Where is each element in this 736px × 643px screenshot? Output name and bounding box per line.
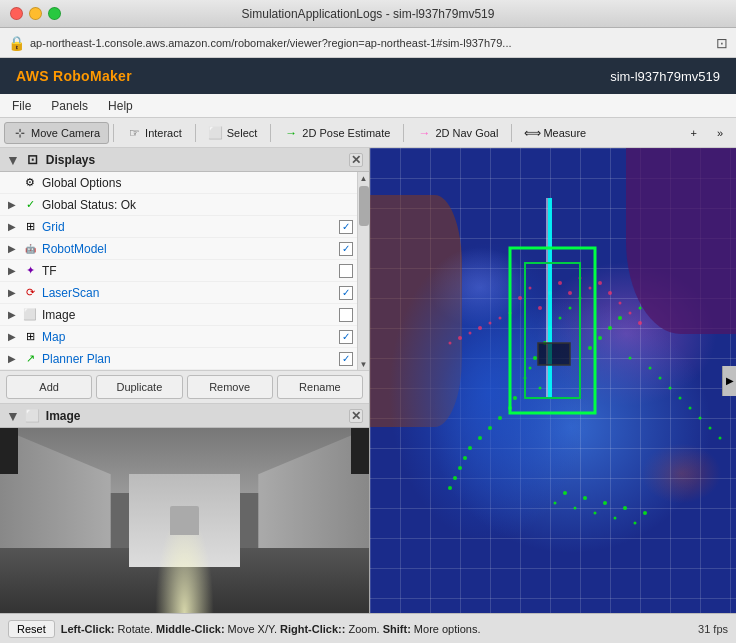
window-controls[interactable] — [10, 7, 61, 20]
svg-point-21 — [669, 387, 672, 390]
svg-point-30 — [453, 476, 457, 480]
robotmodel-checkbox[interactable]: ✓ — [339, 242, 353, 256]
share-icon[interactable]: ⊡ — [716, 35, 728, 51]
arrow-icon: ▶ — [8, 287, 18, 298]
svg-rect-63 — [548, 198, 552, 398]
close-button[interactable] — [10, 7, 23, 20]
svg-point-61 — [638, 321, 642, 325]
app-header: AWS RoboMaker sim-l937h79mv519 — [0, 58, 736, 94]
display-item-laserscan[interactable]: ▶ ⟳ LaserScan ✓ — [0, 282, 357, 304]
displays-scrollbar[interactable]: ▲ ▼ — [357, 172, 369, 370]
middle-click-label: Middle-Click: Move X/Y. — [156, 623, 280, 635]
tf-checkbox[interactable] — [339, 264, 353, 278]
global-options-name: Global Options — [42, 176, 353, 190]
display-item-planner[interactable]: ▶ ↗ Planner Plan ✓ — [0, 348, 357, 370]
svg-point-6 — [588, 346, 592, 350]
svg-point-3 — [569, 307, 572, 310]
displays-icon: ⊡ — [26, 153, 40, 167]
camera-viewport[interactable] — [0, 428, 369, 613]
planner-checkbox[interactable]: ✓ — [339, 352, 353, 366]
more-icon: » — [717, 127, 723, 139]
move-camera-button[interactable]: ⊹ Move Camera — [4, 122, 109, 144]
menu-help[interactable]: Help — [104, 97, 137, 115]
planner-name: Planner Plan — [42, 352, 335, 366]
image-checkbox[interactable] — [339, 308, 353, 322]
svg-point-26 — [463, 456, 467, 460]
map-checkbox[interactable]: ✓ — [339, 330, 353, 344]
menu-file[interactable]: File — [8, 97, 35, 115]
robot-icon: 🤖 — [22, 241, 38, 257]
svg-rect-66 — [525, 263, 580, 398]
pose-estimate-label: 2D Pose Estimate — [302, 127, 390, 139]
svg-point-54 — [589, 287, 592, 290]
arrow-icon: ▶ — [8, 353, 18, 364]
display-item-global-options[interactable]: ⚙ Global Options — [0, 172, 357, 194]
svg-point-32 — [448, 486, 452, 490]
display-item-robotmodel[interactable]: ▶ 🤖 RobotModel ✓ — [0, 238, 357, 260]
image-close-button[interactable]: ✕ — [349, 409, 363, 423]
map-icon: ⊞ — [22, 329, 38, 345]
display-item-global-status[interactable]: ▶ ✓ Global Status: Ok — [0, 194, 357, 216]
displays-toggle[interactable]: ▼ — [6, 152, 20, 168]
svg-point-17 — [649, 367, 652, 370]
add-button[interactable]: Add — [6, 375, 92, 399]
duplicate-button[interactable]: Duplicate — [96, 375, 182, 399]
map-canvas: ▶ — [370, 148, 736, 613]
scroll-thumb[interactable] — [359, 186, 369, 226]
maximize-button[interactable] — [48, 7, 61, 20]
display-item-tf[interactable]: ▶ ✦ TF — [0, 260, 357, 282]
sim-id: sim-l937h79mv519 — [610, 69, 720, 84]
interact-label: Interact — [145, 127, 182, 139]
more-button[interactable]: » — [708, 123, 732, 143]
display-item-grid[interactable]: ▶ ⊞ Grid ✓ — [0, 216, 357, 238]
url-text[interactable]: ap-northeast-1.console.aws.amazon.com/ro… — [30, 37, 710, 49]
svg-point-59 — [458, 336, 462, 340]
nav-goal-button[interactable]: → 2D Nav Goal — [408, 122, 507, 144]
status-bar: Reset Left-Click: Rotate. Middle-Click: … — [0, 613, 736, 643]
svg-rect-65 — [510, 248, 595, 413]
rename-button[interactable]: Rename — [277, 375, 363, 399]
svg-point-13 — [629, 357, 632, 360]
remove-button[interactable]: Remove — [187, 375, 273, 399]
displays-close-button[interactable]: ✕ — [349, 153, 363, 167]
svg-point-57 — [608, 291, 612, 295]
select-button[interactable]: ⬜ Select — [200, 122, 267, 144]
shift-label: Shift: More options. — [383, 623, 481, 635]
laser-scan-overlay — [370, 148, 736, 613]
minimize-button[interactable] — [29, 7, 42, 20]
robotmodel-name: RobotModel — [42, 242, 335, 256]
image-toggle[interactable]: ▼ — [6, 408, 20, 424]
separator-5 — [511, 124, 512, 142]
arrow-icon: ▶ — [8, 221, 18, 232]
map-name: Map — [42, 330, 335, 344]
main-content: ▼ ⊡ Displays ✕ ⚙ Global Options ▶ ✓ Glob… — [0, 148, 736, 613]
svg-point-53 — [478, 326, 482, 330]
pose-estimate-button[interactable]: → 2D Pose Estimate — [275, 122, 399, 144]
reset-button[interactable]: Reset — [8, 620, 55, 638]
display-item-image[interactable]: ▶ ⬜ Image — [0, 304, 357, 326]
svg-point-50 — [489, 322, 492, 325]
measure-button[interactable]: ⟺ Measure — [516, 122, 595, 144]
right-panel[interactable]: ▶ — [370, 148, 736, 613]
interact-button[interactable]: ☞ Interact — [118, 122, 191, 144]
svg-point-1 — [559, 317, 562, 320]
svg-point-19 — [659, 377, 662, 380]
right-panel-arrow[interactable]: ▶ — [722, 366, 736, 396]
laser-dots-svg — [370, 148, 736, 613]
move-camera-label: Move Camera — [31, 127, 100, 139]
display-item-map[interactable]: ▶ ⊞ Map ✓ — [0, 326, 357, 348]
svg-point-43 — [518, 296, 522, 300]
scroll-up[interactable]: ▲ — [358, 172, 369, 184]
scroll-down[interactable]: ▼ — [358, 358, 369, 370]
add-panel-button[interactable]: + — [681, 123, 705, 143]
svg-point-42 — [643, 511, 647, 515]
menu-bar: File Panels Help — [0, 94, 736, 118]
laserscan-checkbox[interactable]: ✓ — [339, 286, 353, 300]
svg-point-58 — [619, 302, 622, 305]
image-title: Image — [46, 409, 81, 423]
menu-panels[interactable]: Panels — [47, 97, 92, 115]
svg-point-10 — [608, 326, 612, 330]
grid-checkbox[interactable]: ✓ — [339, 220, 353, 234]
left-panel: ▼ ⊡ Displays ✕ ⚙ Global Options ▶ ✓ Glob… — [0, 148, 370, 613]
global-status-name: Global Status: Ok — [42, 198, 353, 212]
